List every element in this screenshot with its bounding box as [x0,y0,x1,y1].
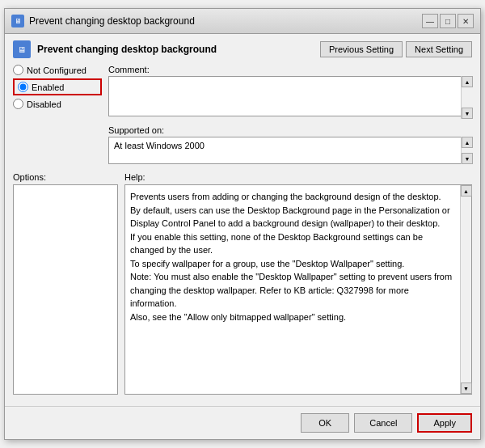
window-title: Prevent changing desktop background [29,15,195,27]
options-section: Options: [13,172,118,395]
help-para-3: If you enable this setting, none of the … [130,230,457,257]
enabled-label: Enabled [32,82,64,92]
disabled-radio[interactable] [13,99,23,109]
next-setting-button[interactable]: Next Setting [406,41,472,57]
title-controls: — □ ✕ [422,14,474,28]
scroll-up-arrow-2[interactable]: ▲ [462,137,473,148]
comment-scrollbar: ▲ ▼ [461,76,472,119]
supported-section: Supported on: At least Windows 2000 ▲ ▼ [108,125,472,164]
help-para-1: Prevents users from adding or changing t… [130,190,457,204]
help-scroll-down[interactable]: ▼ [461,382,472,394]
comment-wrapper: ▲ ▼ [108,76,472,119]
ok-button[interactable]: OK [301,413,349,433]
main-body: Not Configured Enabled Disabled Comm [13,65,472,169]
comment-section: Comment: ▲ ▼ [108,65,472,119]
radio-group: Not Configured Enabled Disabled [13,65,102,109]
help-para-5: Note: You must also enable the "Desktop … [130,270,457,311]
help-label: Help: [124,172,472,182]
apply-button[interactable]: Apply [417,413,472,433]
not-configured-option[interactable]: Not Configured [13,65,102,75]
prev-setting-button[interactable]: Previous Setting [320,41,403,57]
help-para-2: By default, users can use the Desktop Ba… [130,204,457,230]
help-content: Prevents users from adding or changing t… [125,185,471,394]
content-area: 🖥 Prevent changing desktop background Pr… [5,34,480,401]
help-scrollbar: ▲ ▼ [460,185,471,394]
window-icon: 🖥 [11,15,24,27]
help-section: Help: Prevents users from adding or chan… [124,172,472,395]
dialog-title: Prevent changing desktop background [37,44,320,55]
scroll-down-arrow-2[interactable]: ▼ [462,153,473,164]
supported-scrollbar: ▲ ▼ [461,137,472,164]
scroll-up-arrow[interactable]: ▲ [462,76,473,87]
minimize-button[interactable]: — [422,14,438,28]
close-button[interactable]: ✕ [458,14,474,28]
cancel-button[interactable]: Cancel [354,413,412,433]
supported-wrapper: At least Windows 2000 ▲ ▼ [108,137,472,164]
title-bar-left: 🖥 Prevent changing desktop background [11,15,195,27]
disabled-label: Disabled [27,99,61,109]
maximize-button[interactable]: □ [440,14,456,28]
options-help-row: Options: Help: Prevents users from addin… [13,172,472,395]
not-configured-label: Not Configured [27,66,86,75]
help-para-6: Also, see the "Allow only bitmapped wall… [130,311,457,324]
left-panel: Not Configured Enabled Disabled [13,65,102,169]
title-bar: 🖥 Prevent changing desktop background — … [5,9,480,34]
help-box: Prevents users from adding or changing t… [124,184,472,395]
disabled-option[interactable]: Disabled [13,99,102,109]
header-icon: 🖥 [13,40,31,58]
enabled-option[interactable]: Enabled [13,78,102,95]
enabled-radio[interactable] [18,82,28,92]
options-label: Options: [13,172,118,182]
options-box [13,184,118,395]
header-row: 🖥 Prevent changing desktop background Pr… [13,40,472,58]
supported-label: Supported on: [108,125,472,135]
not-configured-radio[interactable] [13,65,23,75]
comment-input[interactable] [108,76,472,116]
help-para-4: To specify wallpaper for a group, use th… [130,257,457,271]
right-panel: Comment: ▲ ▼ Supported on: At least Wind… [108,65,472,169]
nav-buttons: Previous Setting Next Setting [320,41,472,57]
main-window: 🖥 Prevent changing desktop background — … [4,8,481,440]
supported-value: At least Windows 2000 [108,137,472,164]
scroll-down-arrow[interactable]: ▼ [462,108,473,119]
comment-label: Comment: [108,65,472,74]
footer: OK Cancel Apply [5,406,480,439]
help-scroll-up[interactable]: ▲ [461,185,472,197]
